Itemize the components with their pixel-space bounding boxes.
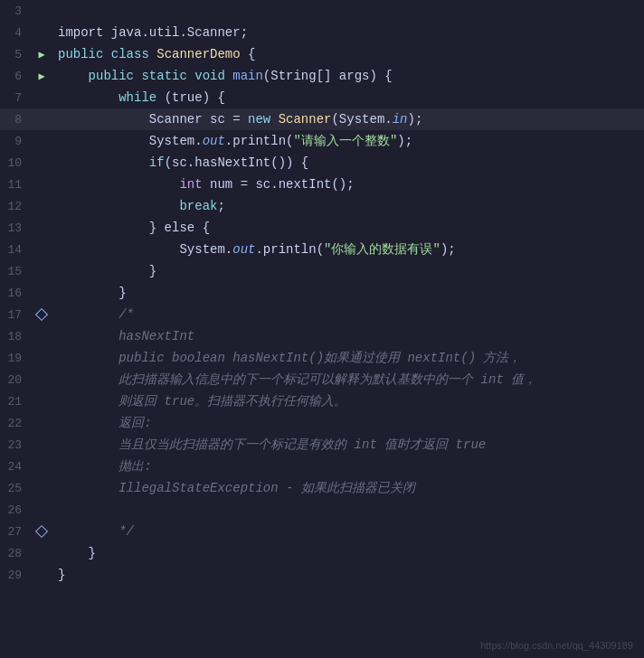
code-line: 20 此扫描器输入信息中的下一个标记可以解释为默认基数中的一个 int 值， [0,369,644,390]
gutter [29,108,54,130]
code-content: IllegalStateException - 如果此扫描器已关闭 [54,477,644,499]
code-line: 12 break; [0,195,644,217]
line-number: 20 [0,369,29,390]
code-line: 23 当且仅当此扫描器的下一个标记是有效的 int 值时才返回 true [0,434,644,456]
code-segment: in [393,108,408,130]
code-content: } [54,542,644,564]
code-segment: Scanner [279,108,332,130]
code-line: 28 } [0,542,644,564]
line-number: 21 [0,390,29,412]
line-number: 14 [0,239,29,260]
line-number: 28 [0,542,29,564]
gutter [29,564,54,586]
code-segment: Scanner sc = [58,108,248,130]
code-line: 18 hasNextInt [0,325,644,347]
code-content [54,499,644,521]
code-segment: ; [217,195,224,217]
code-content: } else { [54,217,644,239]
code-segment: } [58,260,156,282]
line-number: 27 [0,521,29,542]
code-line: 8 Scanner sc = new Scanner(System.in); [0,108,644,130]
gutter [29,152,54,174]
code-segment: (sc.hasNextInt()) { [165,152,309,174]
gutter [29,412,54,434]
code-line: 26 [0,499,644,521]
gutter [29,0,54,22]
gutter [29,325,54,347]
code-segment: (String[] args) { [263,65,393,87]
code-line: 4import java.util.Scanner; [0,22,644,43]
line-number: 17 [0,304,29,325]
code-segment: public [58,65,141,87]
code-segment: if [58,152,165,174]
code-segment: main [232,65,263,87]
line-number: 16 [0,282,29,304]
code-segment: "请输入一个整数" [293,130,397,152]
code-segment: ); [397,130,412,152]
code-content: public class ScannerDemo { [54,43,644,65]
code-segment: break [58,195,217,217]
gutter [29,282,54,304]
code-content: System.out.println("请输入一个整数"); [54,130,644,152]
diamond-icon [35,525,48,538]
code-line: 21 则返回 true。扫描器不执行任何输入。 [0,390,644,412]
code-content: break; [54,195,644,217]
code-segment: .println( [225,130,294,152]
code-segment: System. [58,130,203,152]
code-content: Scanner sc = new Scanner(System.in); [54,108,644,130]
code-content: while (true) { [54,87,644,108]
code-content: 则返回 true。扫描器不执行任何输入。 [54,390,644,412]
gutter [29,174,54,195]
line-number: 25 [0,477,29,499]
code-line: 5▶public class ScannerDemo { [0,43,644,65]
diamond-icon [35,308,48,321]
arrow-icon: ▶ [38,70,44,83]
code-segment: num = sc.nextInt(); [210,174,355,195]
code-segment: ); [440,239,456,260]
code-segment: out [232,239,255,260]
code-segment: */ [58,521,134,542]
line-number: 12 [0,195,29,217]
gutter [29,217,54,239]
gutter [29,195,54,217]
code-segment: IllegalStateException - 如果此扫描器已关闭 [58,477,415,499]
line-number: 24 [0,456,29,477]
code-segment: } [58,564,65,586]
code-content: public boolean hasNextInt()如果通过使用 nextIn… [54,347,644,369]
line-number: 23 [0,434,29,456]
code-content: hasNextInt [54,325,644,347]
code-content: /* [54,304,644,325]
code-line: 27 */ [0,521,644,542]
code-content: } [54,564,644,586]
line-number: 13 [0,217,29,239]
code-segment: public [58,43,111,65]
line-number: 19 [0,347,29,369]
gutter [29,477,54,499]
code-content: 抛出: [54,456,644,477]
code-line: 7 while (true) { [0,87,644,108]
code-content: */ [54,521,644,542]
code-line: 3 [0,0,644,22]
code-content: public static void main(String[] args) { [54,65,644,87]
code-lines: 34import java.util.Scanner;5▶public clas… [0,0,644,586]
code-segment: } [58,542,96,564]
code-line: 24 抛出: [0,456,644,477]
code-segment: void [194,65,232,87]
watermark: https://blog.csdn.net/qq_44309189 [480,640,633,651]
code-content [54,0,644,22]
code-line: 25 IllegalStateException - 如果此扫描器已关闭 [0,477,644,499]
line-number: 5 [0,43,29,65]
code-segment: int [58,174,210,195]
code-content: 当且仅当此扫描器的下一个标记是有效的 int 值时才返回 true [54,434,644,456]
code-line: 6▶ public static void main(String[] args… [0,65,644,87]
code-line: 22 返回: [0,412,644,434]
code-segment: static [141,65,194,87]
gutter [29,87,54,108]
gutter [29,304,54,325]
line-number: 22 [0,412,29,434]
gutter [29,390,54,412]
line-number: 3 [0,0,29,22]
line-number: 10 [0,152,29,174]
code-line: 19 public boolean hasNextInt()如果通过使用 nex… [0,347,644,369]
code-content: } [54,260,644,282]
